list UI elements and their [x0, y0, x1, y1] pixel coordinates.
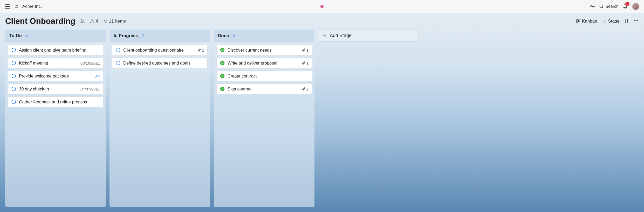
card-title: 30 day check-in [19, 87, 78, 91]
add-stage-button[interactable]: Add Stage [318, 30, 419, 42]
svg-point-18 [12, 61, 16, 65]
svg-point-17 [12, 48, 16, 52]
card-title: Provide welcome package [19, 74, 87, 79]
avatar[interactable] [632, 3, 639, 10]
group-stage-button[interactable]: Stage [602, 19, 620, 24]
card-checklist: 0/4 [89, 74, 100, 78]
kanban-board: To-Do5Assign client and give team briefi… [0, 30, 644, 212]
svg-line-4 [602, 7, 604, 8]
svg-marker-1 [322, 4, 324, 6]
folder-icon [14, 5, 19, 8]
item-count: 11 Items [109, 19, 126, 24]
search-label: Search [605, 4, 619, 9]
view-kanban-button[interactable]: Kanban [576, 19, 597, 24]
card-date: 04/07/2021 [80, 87, 100, 91]
add-stage-label: Add Stage [330, 33, 352, 38]
card-title: Client onboarding questionnaire [123, 48, 195, 53]
task-card[interactable]: Client onboarding questionnaire1 [112, 45, 208, 55]
card-attachments: 2 [302, 87, 309, 91]
column-header[interactable]: In Progress2 [109, 30, 210, 42]
column-count: 4 [233, 33, 235, 38]
app-logo-icon[interactable] [319, 4, 325, 9]
more-icon[interactable] [634, 18, 639, 25]
svg-point-26 [12, 87, 16, 91]
card-title: Kickoff meeting [19, 61, 78, 66]
column-count: 5 [25, 33, 28, 38]
svg-point-5 [81, 23, 81, 23]
card-title: Write and deliver proposal [228, 61, 299, 66]
task-card[interactable]: Gather feedback and refine process [8, 96, 103, 107]
activity-icon[interactable] [590, 5, 595, 8]
members-count: 6 [96, 19, 98, 24]
task-card[interactable]: Write and deliver proposal1 [216, 58, 312, 68]
column-count: 2 [142, 33, 144, 38]
task-card[interactable]: Assign client and give team briefing [8, 45, 103, 55]
status-icon[interactable] [220, 47, 225, 53]
filter-button[interactable]: 11 Items [103, 19, 126, 24]
card-attachments: 1 [302, 48, 309, 52]
menu-icon[interactable] [5, 4, 10, 9]
svg-point-27 [12, 100, 16, 104]
page-title: Client Onboarding [5, 17, 75, 26]
column-cards: Discover current needs1Write and deliver… [214, 42, 314, 97]
task-card[interactable]: Provide welcome package0/4 [8, 70, 103, 81]
svg-point-24 [90, 76, 90, 76]
svg-point-28 [116, 48, 120, 52]
task-card[interactable]: 30 day check-in04/07/2021 [8, 83, 103, 94]
members-button[interactable]: 6 [90, 19, 98, 24]
svg-point-7 [93, 20, 94, 21]
status-icon[interactable] [220, 73, 225, 79]
workspace-name[interactable]: Acme Inc. [22, 4, 42, 9]
svg-point-14 [634, 20, 635, 21]
notification-badge: 5 [625, 2, 629, 6]
svg-point-19 [12, 74, 16, 78]
card-title: Sign contract [228, 87, 299, 91]
kanban-column: Done4Discover current needs1Write and de… [214, 30, 314, 207]
column-title: To-Do [9, 33, 22, 38]
sort-icon[interactable] [624, 19, 629, 24]
column-title: Done [218, 33, 229, 38]
svg-point-3 [600, 5, 603, 8]
add-stage-column: Add Stage [318, 30, 419, 207]
card-title: Create contract [228, 74, 309, 79]
status-icon[interactable] [11, 86, 16, 91]
plus-icon [323, 33, 327, 38]
task-card[interactable]: Kickoff meeting03/10/2021 [8, 58, 103, 68]
search-button[interactable]: Search [599, 4, 619, 9]
status-icon[interactable] [220, 60, 225, 66]
column-title: In Progress [114, 33, 138, 38]
task-card[interactable]: Create contract [216, 70, 312, 81]
status-icon[interactable] [115, 60, 121, 66]
status-icon[interactable] [115, 47, 121, 53]
card-title: Gather feedback and refine process [19, 100, 100, 104]
task-card[interactable]: Define desired outcomes and goals [112, 58, 208, 68]
svg-marker-2 [322, 6, 324, 9]
topbar: Acme Inc. Search 5 [0, 0, 644, 13]
status-icon[interactable] [11, 73, 16, 79]
status-icon[interactable] [11, 99, 16, 104]
card-attachments: 1 [302, 61, 309, 65]
notifications-button[interactable]: 5 [623, 3, 628, 9]
column-cards: Client onboarding questionnaire1Define d… [109, 42, 210, 71]
subheader: Client Onboarding 6 11 Items Kanban Stag… [0, 13, 644, 30]
column-header[interactable]: Done4 [214, 30, 314, 42]
svg-point-23 [90, 75, 90, 75]
view-label: Kanban [582, 19, 597, 24]
column-header[interactable]: To-Do5 [5, 30, 106, 42]
kanban-column: To-Do5Assign client and give team briefi… [5, 30, 106, 207]
svg-point-16 [637, 20, 638, 21]
card-title: Assign client and give team briefing [19, 48, 100, 53]
svg-rect-9 [578, 20, 580, 22]
card-title: Define desired outcomes and goals [123, 61, 204, 66]
status-icon[interactable] [220, 86, 225, 91]
search-icon [599, 4, 604, 9]
group-label: Stage [608, 19, 620, 24]
status-icon[interactable] [11, 47, 16, 53]
status-icon[interactable] [11, 60, 16, 66]
rss-icon[interactable] [80, 19, 85, 24]
task-card[interactable]: Discover current needs1 [216, 45, 312, 55]
task-card[interactable]: Sign contract2 [216, 83, 312, 94]
card-date: 03/10/2021 [80, 61, 100, 65]
svg-point-15 [636, 20, 636, 21]
svg-point-6 [91, 20, 92, 21]
